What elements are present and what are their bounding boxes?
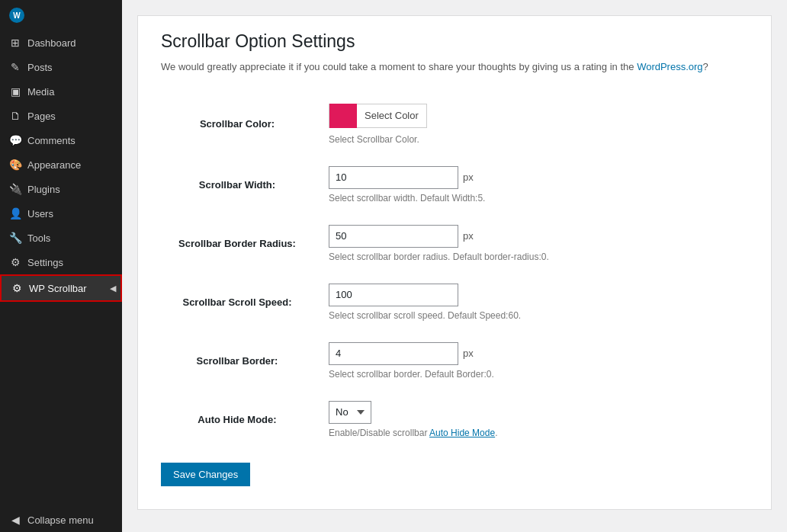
comments-icon: 💬 [9,134,21,146]
sidebar-item-label: Tools [27,232,50,244]
color-cell: Select Color Select Scrollbar Color. [329,93,748,155]
auto-hide-row: Auto Hide Mode: No Yes Enable/Disable sc… [161,390,748,449]
users-icon: 👤 [9,207,21,220]
auto-hide-mode-link[interactable]: Auto Hide Mode [429,428,495,438]
sidebar-item-label: Settings [27,257,63,268]
scroll-speed-input-row [329,284,740,306]
sidebar-item-appearance[interactable]: 🎨 Appearance [0,152,122,177]
width-description: Select scrollbar width. Default Width:5. [329,193,740,204]
border-input-row: px [329,342,740,365]
width-input-row: px [329,166,740,189]
border-label: Scrollbar Border: [161,332,329,390]
border-radius-input[interactable] [329,225,458,248]
wp-scrollbar-icon: ⚙ [11,282,23,294]
pages-icon: 🗋 [9,110,21,122]
wordpress-icon: W [9,8,24,23]
border-radius-label: Scrollbar Border Radius: [161,214,329,273]
scroll-speed-cell: Select scrollbar scroll speed. Default S… [329,273,748,332]
tools-icon: 🔧 [9,232,21,244]
color-button-label: Select Color [357,110,426,121]
sidebar-item-plugins[interactable]: 🔌 Plugins [0,177,122,201]
media-icon: ▣ [9,85,21,98]
border-unit: px [463,348,474,359]
sidebar-item-settings[interactable]: ⚙ Settings [0,250,122,274]
sidebar-item-label: WP Scrollbar [29,283,87,294]
border-radius-input-row: px [329,225,740,248]
select-color-button[interactable]: Select Color [329,104,427,128]
sidebar-item-label: Pages [27,111,56,122]
width-row: Scrollbar Width: px Select scrollbar wid… [161,155,748,214]
posts-icon: ✎ [9,61,21,73]
sidebar-item-label: Comments [27,135,75,146]
dashboard-icon: ⊞ [9,37,21,49]
scroll-speed-description: Select scrollbar scroll speed. Default S… [329,310,740,321]
sidebar-item-label: Users [27,208,53,220]
auto-hide-label: Auto Hide Mode: [161,390,329,449]
save-changes-button[interactable]: Save Changes [161,463,250,486]
scroll-speed-row: Scrollbar Scroll Speed: Select scrollbar… [161,273,748,332]
sidebar-item-wp-scrollbar[interactable]: ⚙ WP Scrollbar ◀ [0,274,122,302]
sidebar-item-label: Appearance [27,159,81,171]
color-description: Select Scrollbar Color. [329,134,740,145]
scroll-speed-label: Scrollbar Scroll Speed: [161,273,329,332]
appearance-icon: 🎨 [9,159,21,171]
border-description: Select scrollbar border. Default Border:… [329,369,740,380]
sidebar-item-label: Dashboard [27,37,76,49]
settings-form: Scrollbar Color: Select Color Select Scr… [161,93,748,449]
sidebar-item-label: Posts [27,62,53,73]
border-radius-row: Scrollbar Border Radius: px Select scrol… [161,214,748,273]
width-input[interactable] [329,166,458,189]
auto-hide-description: Enable/Disable scrollbar Auto Hide Mode. [329,428,740,438]
collapse-icon: ◀ [9,514,21,526]
border-radius-unit: px [463,230,474,242]
settings-icon: ⚙ [9,256,21,268]
width-label: Scrollbar Width: [161,155,329,214]
border-row: Scrollbar Border: px Select scrollbar bo… [161,332,748,390]
auto-hide-select[interactable]: No Yes [329,401,371,424]
collapse-menu-button[interactable]: ◀ Collapse menu [0,508,122,532]
color-label: Scrollbar Color: [161,93,329,155]
scroll-speed-input[interactable] [329,284,458,306]
sidebar-item-comments[interactable]: 💬 Comments [0,128,122,152]
border-radius-description: Select scrollbar border radius. Default … [329,252,740,262]
sidebar-item-dashboard[interactable]: ⊞ Dashboard [0,30,122,55]
page-title: Scrollbar Option Settings [161,31,748,52]
sidebar: W ⊞ Dashboard ✎ Posts ▣ Media 🗋 Pages 💬 … [0,0,122,532]
wordpress-org-link[interactable]: WordPress.org [637,61,702,72]
sidebar-item-tools[interactable]: 🔧 Tools [0,226,122,250]
sidebar-item-label: Plugins [27,184,60,195]
width-unit: px [463,171,474,183]
main-content: Scrollbar Option Settings We would great… [122,0,787,532]
plugins-icon: 🔌 [9,183,21,195]
sidebar-item-posts[interactable]: ✎ Posts [0,55,122,79]
content-area: Scrollbar Option Settings We would great… [137,15,772,510]
sidebar-item-media[interactable]: ▣ Media [0,79,122,104]
sidebar-item-label: Media [27,86,54,98]
width-cell: px Select scrollbar width. Default Width… [329,155,748,214]
sidebar-item-users[interactable]: 👤 Users [0,201,122,226]
border-input[interactable] [329,342,458,365]
color-row: Scrollbar Color: Select Color Select Scr… [161,93,748,155]
wp-logo[interactable]: W [0,0,122,30]
submenu-arrow-icon: ◀ [110,284,116,293]
border-radius-cell: px Select scrollbar border radius. Defau… [329,214,748,273]
border-cell: px Select scrollbar border. Default Bord… [329,332,748,390]
intro-text: We would greatly appreciate it if you co… [161,59,748,75]
auto-hide-cell: No Yes Enable/Disable scrollbar Auto Hid… [329,390,748,449]
collapse-label: Collapse menu [27,514,94,526]
color-swatch [329,104,357,128]
sidebar-item-pages[interactable]: 🗋 Pages [0,104,122,128]
